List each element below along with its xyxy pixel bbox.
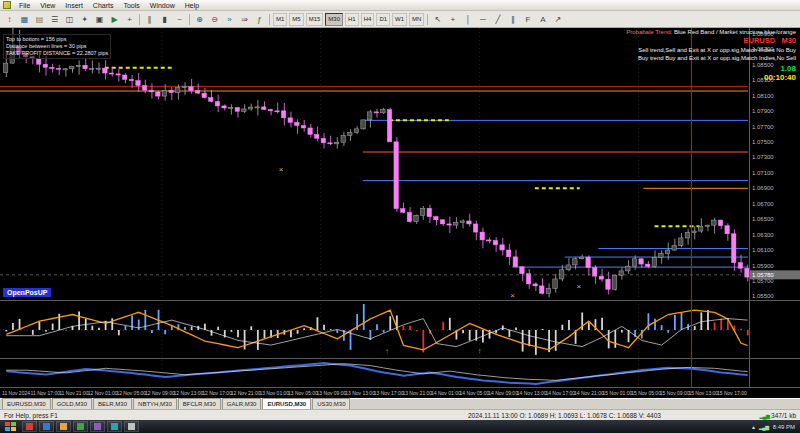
svg-text:1.08100: 1.08100 bbox=[752, 93, 774, 99]
tray-hidden-icons-arrow[interactable]: ▴ bbox=[752, 423, 755, 430]
menu-item-window[interactable]: Window bbox=[145, 0, 180, 11]
tray-network-icon[interactable]: ▂▄▆ bbox=[759, 424, 769, 430]
taskbar-app-7[interactable] bbox=[124, 421, 139, 432]
chart-tab-belr-m30[interactable]: BELR,M30 bbox=[93, 398, 132, 409]
menu-item-insert[interactable]: Insert bbox=[60, 0, 88, 11]
candlestick-chart-icon[interactable]: ▮ bbox=[157, 13, 172, 26]
taskbar-clock: 8:49 PM bbox=[773, 424, 795, 430]
chart-tab-eurusd-m30[interactable]: EURUSD,M30 bbox=[262, 398, 311, 409]
menu-bar: FileViewInsertChartsToolsWindowHelp bbox=[0, 0, 800, 11]
time-axis-label: 12 Nov 17:00 bbox=[202, 390, 232, 396]
chart-area[interactable]: 1.089001.087001.085001.083001.081001.079… bbox=[0, 28, 800, 398]
start-flag-red bbox=[5, 422, 10, 426]
svg-text:1.06500: 1.06500 bbox=[752, 216, 774, 222]
time-axis-label: 14 Nov 01:00 bbox=[431, 390, 461, 396]
time-axis-label: 12 Nov 21:00 bbox=[231, 390, 261, 396]
svg-text:1.05900: 1.05900 bbox=[752, 263, 774, 269]
menu-item-help[interactable]: Help bbox=[180, 0, 204, 11]
vertical-line-icon[interactable]: │ bbox=[460, 13, 475, 26]
taskbar-app-1[interactable] bbox=[22, 421, 37, 432]
time-axis-label: 11 Nov 2024 bbox=[2, 390, 30, 396]
timeframe-h4-button[interactable]: H4 bbox=[361, 13, 375, 26]
cursor-icon[interactable]: ↖ bbox=[430, 13, 445, 26]
line-chart-icon[interactable]: ~ bbox=[172, 13, 187, 26]
profiles-icon[interactable]: ▤ bbox=[32, 13, 47, 26]
time-axis-label: 14 Nov 13:00 bbox=[517, 390, 547, 396]
new-chart-icon[interactable]: + bbox=[122, 13, 137, 26]
connection-bars-icon: ▂▄▆ bbox=[760, 413, 770, 419]
trendline-icon[interactable]: ╱ bbox=[490, 13, 505, 26]
chart-info-line: Distance between lines = 30 pips bbox=[6, 43, 108, 50]
timeframe-m15-button[interactable]: M15 bbox=[306, 13, 324, 26]
time-axis-label: 13 Nov 05:00 bbox=[288, 390, 318, 396]
channel-icon[interactable]: ∥ bbox=[505, 13, 520, 26]
chart-tab-nbtyh-m30[interactable]: NBTYH,M30 bbox=[133, 398, 177, 409]
text-label-icon[interactable]: A bbox=[535, 13, 550, 26]
chart-window-icon[interactable]: ▦ bbox=[17, 13, 32, 26]
zoom-out-icon[interactable]: ⊖ bbox=[207, 13, 222, 26]
navigator-icon[interactable]: ✦ bbox=[77, 13, 92, 26]
svg-text:1.07300: 1.07300 bbox=[752, 154, 774, 160]
timeframe-w1-button[interactable]: W1 bbox=[392, 13, 407, 26]
menu-item-view[interactable]: View bbox=[35, 0, 60, 11]
menu-item-tools[interactable]: Tools bbox=[118, 0, 144, 11]
time-axis-label: 12 Nov 01:00 bbox=[88, 390, 118, 396]
connection-status: ▂▄▆ 347/1 kb bbox=[760, 412, 796, 419]
chart-tab-gold-m30[interactable]: GOLD,M30 bbox=[52, 398, 92, 409]
taskbar-app-5[interactable] bbox=[90, 421, 105, 432]
chart-shift-icon[interactable]: ⇒ bbox=[237, 13, 252, 26]
toolbar-separator bbox=[427, 14, 428, 25]
terminal-icon[interactable]: ▣ bbox=[92, 13, 107, 26]
time-axis-label: 13 Nov 21:00 bbox=[402, 390, 432, 396]
market-watch-icon[interactable]: ☰ bbox=[47, 13, 62, 26]
chart-tab-eurusd-m30[interactable]: EURUSD,M30 bbox=[2, 398, 51, 409]
chart-tab-us30-m30[interactable]: US30,M30 bbox=[312, 398, 350, 409]
timeframe-h1-button[interactable]: H1 bbox=[345, 13, 359, 26]
time-axis-label: 15 Nov 13:00 bbox=[688, 390, 718, 396]
start-button[interactable] bbox=[3, 421, 18, 432]
toolbar-separator bbox=[189, 14, 190, 25]
status-help-text: For Help, press F1 bbox=[4, 412, 58, 419]
auto-scroll-icon[interactable]: » bbox=[222, 13, 237, 26]
candle-countdown: 00:10:40 bbox=[626, 73, 796, 82]
taskbar-apps bbox=[21, 421, 140, 432]
timeframe-m1-button[interactable]: M1 bbox=[273, 13, 287, 26]
indicators-icon[interactable]: ƒ bbox=[252, 13, 267, 26]
trend-line: Probabale Trend: Blue Red Band / Market … bbox=[626, 29, 796, 35]
time-axis-label: 11 Nov 17:00 bbox=[31, 390, 60, 396]
data-window-icon[interactable]: ◫ bbox=[62, 13, 77, 26]
start-flag-blue bbox=[5, 427, 10, 431]
svg-text:1.07100: 1.07100 bbox=[752, 170, 774, 176]
time-axis-label: 15 Nov 09:00 bbox=[660, 390, 690, 396]
timeframe-m5-button[interactable]: M5 bbox=[289, 13, 303, 26]
menu-items: FileViewInsertChartsToolsWindowHelp bbox=[14, 0, 204, 11]
taskbar-app-4[interactable] bbox=[73, 421, 88, 432]
time-axis-label: 11 Nov 21:00 bbox=[59, 390, 88, 396]
arrows-icon[interactable]: ↗ bbox=[550, 13, 565, 26]
timeframe-d1-button[interactable]: D1 bbox=[376, 13, 390, 26]
zoom-in-icon[interactable]: ⊕ bbox=[192, 13, 207, 26]
time-axis-label: 15 Nov 01:00 bbox=[603, 390, 633, 396]
svg-text:1.06300: 1.06300 bbox=[752, 232, 774, 238]
toolbar: ↕▦▤☰◫✦▣▶+∥▮~⊕⊖»⇒ƒM1M5M15M30H1H4D1W1MN↖+│… bbox=[0, 11, 800, 28]
taskbar-app-2[interactable] bbox=[39, 421, 54, 432]
timeframe-m30-button[interactable]: M30 bbox=[325, 13, 343, 26]
fibonacci-icon[interactable]: F bbox=[520, 13, 535, 26]
chart-canvas[interactable]: 1.089001.087001.085001.083001.081001.079… bbox=[0, 28, 800, 388]
strategy-tester-icon[interactable]: ▶ bbox=[107, 13, 122, 26]
menu-item-file[interactable]: File bbox=[14, 0, 35, 11]
chart-tab-galr-m30[interactable]: GALR,M30 bbox=[222, 398, 262, 409]
symbol-timeframe-label: EURUSD M30 bbox=[626, 36, 796, 45]
menu-item-charts[interactable]: Charts bbox=[88, 0, 119, 11]
chart-tab-bfclr-m30[interactable]: BFCLR,M30 bbox=[178, 398, 221, 409]
bar-chart-icon[interactable]: ∥ bbox=[142, 13, 157, 26]
horizontal-line-icon[interactable]: ─ bbox=[475, 13, 490, 26]
new-order-icon[interactable]: ↕ bbox=[2, 13, 17, 26]
time-axis-label: 12 Nov 13:00 bbox=[174, 390, 204, 396]
time-axis-label: 15 Nov 05:00 bbox=[631, 390, 661, 396]
svg-text:1.06700: 1.06700 bbox=[752, 201, 774, 207]
taskbar-app-3[interactable] bbox=[56, 421, 71, 432]
timeframe-mn-button[interactable]: MN bbox=[409, 13, 424, 26]
taskbar-app-6[interactable] bbox=[107, 421, 122, 432]
crosshair-icon[interactable]: + bbox=[445, 13, 460, 26]
